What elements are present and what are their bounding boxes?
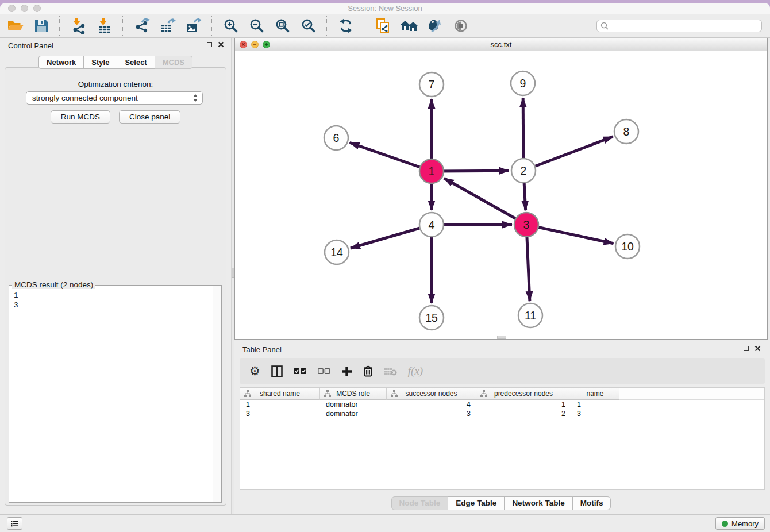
split-view-icon [271,365,283,377]
tab-edge-table[interactable]: Edge Table [448,496,505,510]
cell[interactable]: 3 [387,410,476,418]
close-table-panel-icon[interactable] [754,345,761,352]
export-image-button[interactable] [184,16,203,35]
float-panel-icon[interactable] [207,42,212,47]
node-7[interactable]: 7 [419,72,444,97]
network-minimize-button[interactable]: − [251,41,259,48]
network-canvas[interactable]: 7968124314101511 [235,51,767,339]
search-box[interactable] [596,20,762,32]
cell[interactable]: 4 [387,400,476,408]
cell[interactable]: 3 [571,410,619,418]
open-file-button[interactable] [6,16,25,35]
column-header-shared-name[interactable]: shared name [240,388,320,400]
save-session-button[interactable] [32,16,51,35]
svg-text:3: 3 [523,218,530,231]
node-1[interactable]: 1 [419,159,444,183]
delete-column-button[interactable] [363,365,373,377]
table-row[interactable]: 1dominator411 [240,400,764,409]
node-11[interactable]: 11 [518,303,542,327]
tab-network[interactable]: Network [38,56,84,69]
optimization-criterion-select[interactable]: strongly connected component [26,91,203,105]
export-table-button[interactable] [158,16,177,35]
tab-mcds[interactable]: MCDS [155,56,192,69]
column-header-successor-nodes[interactable]: successor nodes [387,388,476,400]
cell[interactable]: 3 [240,410,320,418]
tab-motifs[interactable]: Motifs [572,496,611,510]
refresh-styles-button[interactable] [336,16,355,35]
column-header-predecessor-nodes[interactable]: predecessor nodes [476,388,571,400]
tab-style[interactable]: Style [83,56,117,69]
export-network-button[interactable] [132,16,151,35]
zoom-selected-button[interactable] [299,16,318,35]
deselect-all-columns-button[interactable] [318,368,330,375]
float-table-panel-icon[interactable] [744,346,749,351]
mcds-result-scrollbar[interactable] [213,286,221,502]
cell[interactable]: 1 [476,400,571,408]
network-window-controls: × − + [240,41,270,48]
close-window-button[interactable] [8,5,16,12]
svg-text:1: 1 [429,165,435,178]
column-header-name[interactable]: name [571,388,619,400]
mcds-result-line: 3 [14,300,213,310]
search-input[interactable] [611,21,758,30]
table-panel-tabs: Node Table Edge Table Network Table Moti… [234,496,768,510]
tab-network-table[interactable]: Network Table [504,496,572,510]
cell[interactable]: dominator [320,400,387,408]
memory-status-icon [722,521,728,527]
trash-icon [363,365,373,377]
mcds-result-list[interactable]: 13 [9,287,213,501]
node-9[interactable]: 9 [511,71,535,95]
cell[interactable]: 1 [240,400,320,408]
close-panel-icon[interactable] [218,41,224,48]
network-close-button[interactable]: × [240,41,247,48]
zoom-selected-icon [301,18,316,33]
close-panel-button[interactable]: Close panel [119,110,180,124]
zoom-fit-button[interactable] [273,16,292,35]
window-title: Session: New Session [0,4,770,13]
import-table-button[interactable] [95,16,114,35]
node-2[interactable]: 2 [511,159,536,183]
show-task-history-button[interactable] [7,517,22,530]
edge-2-8[interactable] [523,137,613,171]
import-network-button[interactable] [69,16,88,35]
column-hierarchy-icon [244,390,251,399]
node-6[interactable]: 6 [324,126,348,150]
zoom-out-button[interactable] [247,16,266,35]
maximize-window-button[interactable] [33,5,41,12]
first-neighbors-button[interactable] [399,16,418,35]
edge-3-10[interactable] [526,225,614,244]
zoom-in-icon [224,18,238,33]
cell[interactable]: 1 [571,400,619,408]
select-all-columns-button[interactable] [294,368,307,375]
split-view-button[interactable] [271,365,283,377]
zoom-in-button[interactable] [221,16,240,35]
run-mcds-button[interactable]: Run MCDS [51,110,110,124]
add-column-button[interactable] [341,366,352,377]
table-panel: Table Panel ⚙ [234,342,768,515]
node-3[interactable]: 3 [514,213,538,237]
minimize-window-button[interactable] [21,5,28,12]
show-hide-graphics-button[interactable] [451,16,470,35]
node-4[interactable]: 4 [419,213,444,237]
delete-table-button[interactable] [384,367,397,376]
clone-network-button[interactable] [374,16,392,35]
table-settings-button[interactable]: ⚙ [249,365,260,377]
network-maximize-button[interactable]: + [263,41,270,48]
apply-style-button[interactable] [425,16,444,35]
function-builder-button[interactable]: f(x) [408,365,423,377]
memory-button[interactable]: Memory [715,517,765,530]
table-row[interactable]: 3dominator323 [240,409,764,418]
node-8[interactable]: 8 [614,119,638,144]
network-window-resize-grip[interactable] [497,336,506,339]
toolbar-separator [364,16,365,36]
node-10[interactable]: 10 [615,234,640,259]
cell[interactable]: 2 [476,410,571,418]
tab-select[interactable]: Select [117,56,155,69]
cell[interactable]: dominator [320,410,387,418]
node-14[interactable]: 14 [325,240,349,264]
column-header-MCDS-role[interactable]: MCDS role [320,388,387,400]
edge-1-6[interactable] [350,142,432,171]
tab-node-table[interactable]: Node Table [391,496,449,510]
edge-3-1[interactable] [444,178,526,225]
node-15[interactable]: 15 [419,306,444,330]
